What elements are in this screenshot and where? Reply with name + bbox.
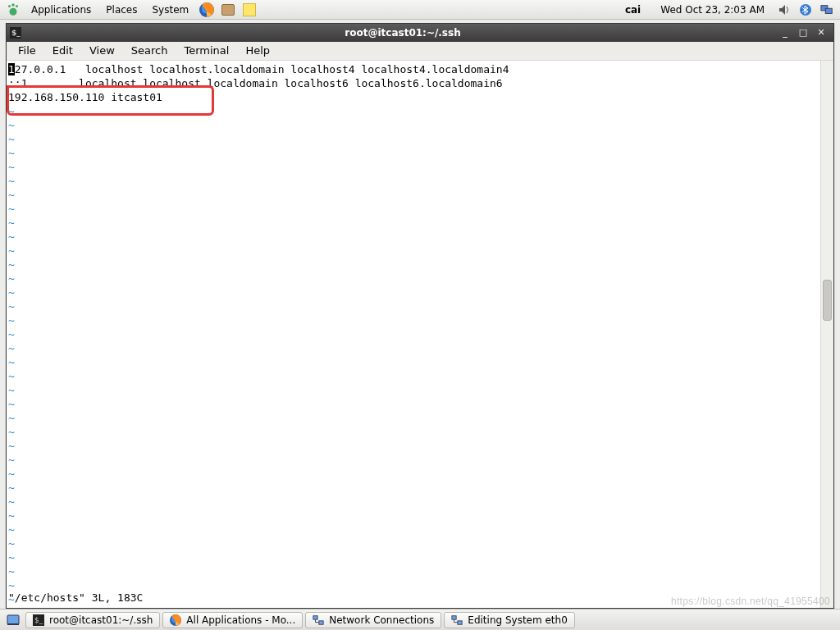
watermark-text: https://blog.csdn.net/qq_41955400 — [671, 596, 830, 607]
svg-point-3 — [10, 7, 17, 15]
taskbar-item-label: Network Connections — [329, 614, 434, 626]
terminal-viewport[interactable]: 127.0.0.1 localhost localhost.localdomai… — [7, 61, 820, 608]
top-panel: Applications Places System cai Wed Oct 2… — [0, 0, 840, 20]
svg-rect-10 — [7, 615, 19, 624]
svg-point-2 — [16, 5, 18, 7]
svg-point-1 — [11, 3, 14, 6]
svg-rect-7 — [825, 8, 832, 13]
taskbar-item-3[interactable]: Editing System eth0 — [444, 612, 575, 628]
terminal-scrollbar[interactable] — [820, 61, 833, 608]
taskbar-item-label: All Applications - Mo... — [186, 614, 295, 626]
svg-text:$_: $_ — [34, 616, 43, 624]
taskbar-item-0[interactable]: $_root@itcast01:~/.ssh — [25, 612, 160, 628]
window-title: root@itcast01:~/.ssh — [26, 27, 779, 39]
menu-edit[interactable]: Edit — [44, 42, 81, 59]
user-indicator[interactable]: cai — [615, 4, 651, 16]
taskbar-item-1[interactable]: All Applications - Mo... — [162, 612, 303, 628]
bottom-panel: $_root@itcast01:~/.sshAll Applications -… — [0, 609, 840, 630]
svg-rect-14 — [313, 615, 317, 619]
window-titlebar[interactable]: $_ root@itcast01:~/.ssh _ □ ✕ — [7, 24, 833, 42]
vim-status-line: "/etc/hosts" 3L, 183C — [8, 591, 143, 605]
scrollbar-thumb[interactable] — [823, 280, 832, 321]
svg-rect-17 — [458, 620, 462, 623]
menu-terminal[interactable]: Terminal — [176, 42, 237, 59]
clock[interactable]: Wed Oct 23, 2:03 AM — [652, 4, 773, 16]
menu-search[interactable]: Search — [123, 42, 176, 59]
svg-point-0 — [8, 5, 11, 7]
display-icon[interactable] — [819, 2, 834, 17]
firefox-launcher-icon[interactable] — [199, 2, 214, 17]
package-manager-icon[interactable] — [221, 2, 235, 17]
terminal-window: $_ root@itcast01:~/.ssh _ □ ✕ File Edit … — [6, 23, 834, 609]
menu-places[interactable]: Places — [99, 2, 144, 18]
volume-icon[interactable] — [777, 2, 792, 17]
svg-rect-16 — [452, 615, 456, 619]
firefox-icon — [170, 614, 181, 626]
menu-system[interactable]: System — [145, 2, 195, 18]
svg-marker-4 — [779, 5, 785, 15]
terminal-titlebar-icon: $_ — [10, 27, 21, 39]
svg-rect-15 — [319, 620, 323, 623]
taskbar-item-label: Editing System eth0 — [468, 614, 568, 626]
menu-view[interactable]: View — [81, 42, 123, 59]
svg-rect-11 — [7, 623, 19, 625]
network-icon — [451, 614, 463, 626]
taskbar-item-2[interactable]: Network Connections — [305, 612, 441, 628]
terminal-menubar: File Edit View Search Terminal Help — [7, 42, 833, 61]
window-maximize-button[interactable]: □ — [797, 27, 809, 39]
network-icon — [313, 614, 324, 626]
bluetooth-icon[interactable] — [798, 2, 813, 17]
show-desktop-icon[interactable] — [6, 613, 21, 628]
note-launcher-icon[interactable] — [242, 2, 257, 17]
window-close-button[interactable]: ✕ — [815, 27, 827, 39]
window-minimize-button[interactable]: _ — [779, 27, 791, 39]
gnome-foot-icon — [6, 2, 21, 17]
scrollbar-track[interactable] — [821, 61, 833, 608]
terminal-icon: $_ — [33, 614, 44, 626]
menu-file[interactable]: File — [10, 42, 44, 59]
menu-applications[interactable]: Applications — [25, 2, 98, 18]
menu-help[interactable]: Help — [237, 42, 278, 59]
taskbar-item-label: root@itcast01:~/.ssh — [49, 614, 153, 626]
svg-text:$_: $_ — [11, 29, 21, 37]
